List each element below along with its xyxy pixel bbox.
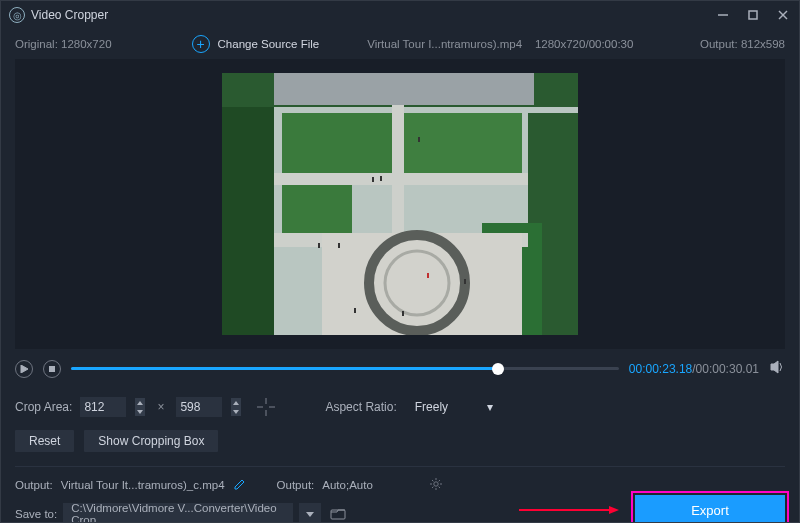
crop-area-label: Crop Area: bbox=[15, 400, 72, 414]
svg-rect-23 bbox=[402, 311, 404, 316]
svg-marker-33 bbox=[233, 410, 239, 414]
svg-rect-16 bbox=[322, 233, 522, 335]
gear-icon[interactable] bbox=[429, 477, 443, 493]
center-crop-icon[interactable] bbox=[253, 396, 279, 418]
svg-rect-24 bbox=[354, 308, 356, 313]
output-file-label: Output: bbox=[15, 479, 53, 491]
video-preview[interactable] bbox=[15, 59, 785, 349]
svg-rect-26 bbox=[338, 243, 340, 248]
original-dims-label: Original: 1280x720 bbox=[15, 38, 112, 50]
annotation-arrow bbox=[519, 505, 619, 515]
add-source-icon[interactable]: + bbox=[192, 35, 210, 53]
crop-buttons-row: Reset Show Cropping Box bbox=[1, 422, 799, 462]
svg-rect-25 bbox=[464, 279, 466, 284]
crop-controls: Crop Area: 812 × 598 Aspect Ratio: Freel… bbox=[1, 388, 799, 422]
svg-rect-21 bbox=[418, 137, 420, 142]
export-button[interactable]: Export bbox=[635, 495, 785, 523]
svg-point-38 bbox=[434, 482, 438, 486]
svg-marker-29 bbox=[771, 361, 778, 373]
svg-marker-31 bbox=[137, 410, 143, 414]
svg-rect-27 bbox=[318, 243, 320, 248]
save-path-input[interactable]: C:\Vidmore\Vidmore V...Converter\Video C… bbox=[63, 503, 293, 523]
aspect-ratio-select[interactable]: Freely ▾ bbox=[409, 397, 499, 417]
crop-width-spinner[interactable] bbox=[135, 398, 145, 416]
output-encode-value: Auto;Auto bbox=[322, 479, 373, 491]
chevron-down-icon bbox=[135, 407, 145, 416]
app-logo-icon: ◎ bbox=[9, 7, 25, 23]
crop-width-input[interactable]: 812 bbox=[80, 397, 126, 417]
save-path-dropdown[interactable] bbox=[299, 503, 321, 523]
video-frame-image bbox=[222, 73, 578, 335]
output-encode-label: Output: bbox=[277, 479, 315, 491]
source-file-info: Virtual Tour I...ntramuros).mp4 1280x720… bbox=[367, 38, 633, 50]
crop-height-input[interactable]: 598 bbox=[176, 397, 222, 417]
window-controls bbox=[715, 7, 791, 23]
crop-height-spinner[interactable] bbox=[231, 398, 241, 416]
svg-rect-9 bbox=[274, 73, 534, 105]
seek-slider[interactable] bbox=[71, 367, 619, 370]
svg-rect-22 bbox=[427, 273, 429, 278]
svg-marker-32 bbox=[233, 401, 239, 405]
play-button[interactable] bbox=[15, 360, 33, 378]
svg-marker-42 bbox=[609, 506, 619, 514]
save-to-label: Save to: bbox=[15, 508, 57, 520]
chevron-up-icon bbox=[135, 398, 145, 407]
volume-icon[interactable] bbox=[769, 359, 785, 378]
app-title: Video Cropper bbox=[31, 8, 108, 22]
timeline-row: 00:00:23.18/00:00:30.01 bbox=[1, 349, 799, 388]
output-filename: Virtual Tour It...tramuros)_c.mp4 bbox=[61, 479, 225, 491]
open-folder-icon[interactable] bbox=[327, 503, 349, 523]
svg-rect-5 bbox=[222, 73, 274, 335]
times-symbol: × bbox=[157, 400, 164, 414]
chevron-up-icon bbox=[231, 398, 241, 407]
svg-marker-30 bbox=[137, 401, 143, 405]
output-dims-label: Output: 812x598 bbox=[700, 38, 785, 50]
svg-rect-10 bbox=[282, 113, 392, 173]
save-row: Save to: C:\Vidmore\Vidmore V...Converte… bbox=[1, 499, 799, 523]
minimize-button[interactable] bbox=[715, 7, 731, 23]
titlebar: ◎ Video Cropper bbox=[1, 1, 799, 29]
aspect-ratio-label: Aspect Ratio: bbox=[325, 400, 396, 414]
reset-button[interactable]: Reset bbox=[15, 430, 74, 452]
chevron-down-icon: ▾ bbox=[487, 400, 493, 414]
svg-marker-28 bbox=[21, 365, 28, 373]
svg-rect-1 bbox=[749, 11, 757, 19]
change-source-link[interactable]: Change Source File bbox=[218, 38, 320, 50]
svg-rect-19 bbox=[372, 177, 374, 182]
divider bbox=[15, 466, 785, 467]
maximize-button[interactable] bbox=[745, 7, 761, 23]
timecode: 00:00:23.18/00:00:30.01 bbox=[629, 362, 759, 376]
stop-button[interactable] bbox=[43, 360, 61, 378]
close-button[interactable] bbox=[775, 7, 791, 23]
info-bar: Original: 1280x720 + Change Source File … bbox=[1, 29, 799, 59]
svg-rect-12 bbox=[282, 183, 352, 233]
chevron-down-icon bbox=[231, 407, 241, 416]
seek-thumb[interactable] bbox=[492, 363, 504, 375]
svg-rect-11 bbox=[402, 113, 522, 173]
svg-marker-39 bbox=[306, 512, 314, 517]
edit-icon[interactable] bbox=[233, 477, 247, 493]
show-cropping-box-button[interactable]: Show Cropping Box bbox=[84, 430, 218, 452]
svg-rect-20 bbox=[380, 176, 382, 181]
svg-rect-40 bbox=[331, 510, 345, 519]
